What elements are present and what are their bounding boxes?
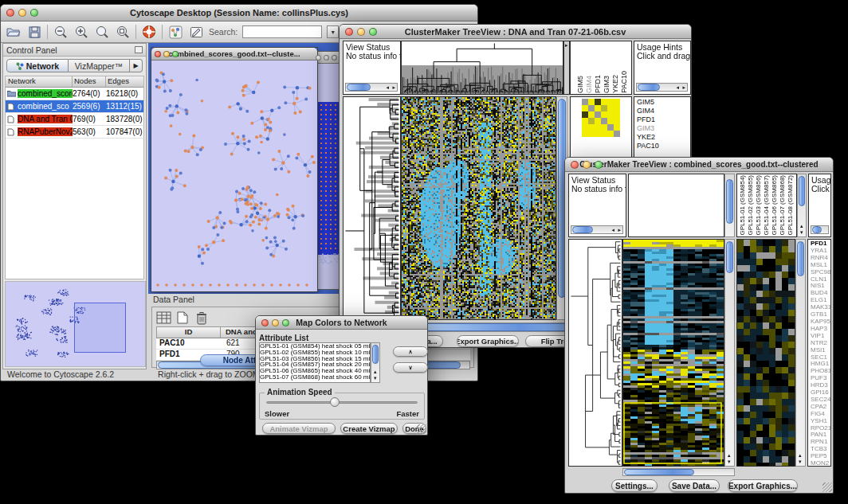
move-attribute-up-button[interactable]: ∧ <box>393 346 428 357</box>
animation-speed-slider[interactable] <box>266 401 418 404</box>
array-column-label[interactable]: PAC10 <box>621 71 628 93</box>
resize-grip[interactable] <box>822 483 832 492</box>
gene-label[interactable]: GIM3 <box>637 124 690 133</box>
tv1-export-graphics-button[interactable]: Export Graphics... <box>457 335 519 347</box>
new-attribute-icon[interactable] <box>175 310 190 326</box>
gene-label[interactable]: PFD1 <box>637 115 690 124</box>
attribute-list-item[interactable]: GPL51-06 (GSM865) heat shock 40 min <box>260 368 370 374</box>
network-list-row[interactable]: RNAPuberNov2+ 563(0) 107847(0) <box>6 126 143 139</box>
tv2-export-graphics-button[interactable]: Export Graphics... <box>728 479 798 492</box>
col-header-network[interactable]: Network <box>6 76 73 87</box>
close-button[interactable] <box>6 9 14 17</box>
tv2-gene-list-pane[interactable]: PFD1YRA1RNR4MSL1SPC98CLN1NIS1BUD4ELG1MAK… <box>807 239 831 467</box>
treeview1-titlebar[interactable]: ClusterMaker TreeView : DNA and Tran 07-… <box>340 25 691 39</box>
minimize-button[interactable] <box>272 319 279 326</box>
tv1-heatmap-pane[interactable] <box>401 96 556 320</box>
gene-label[interactable]: PAC10 <box>637 142 690 150</box>
tv2-settings-button[interactable]: Settings... <box>611 479 658 492</box>
zoom-button[interactable] <box>595 161 603 169</box>
tv2-row-dendrogram-canvas[interactable] <box>569 240 622 466</box>
attribute-list-item[interactable]: GPL51-03 (GSM856) heat shock 15 min <box>260 356 370 362</box>
close-button[interactable] <box>155 51 161 57</box>
open-file-button[interactable] <box>6 24 22 40</box>
annotation-icon[interactable] <box>188 24 204 40</box>
tv2-zoom-vscrollbar[interactable]: ▴▾ <box>795 239 806 467</box>
gene-label[interactable]: GIM4 <box>637 107 690 115</box>
minimize-button[interactable] <box>324 55 329 61</box>
gene-label[interactable]: GIM5 <box>637 98 690 107</box>
zoom-button[interactable] <box>282 319 289 326</box>
close-button[interactable] <box>571 161 579 169</box>
help-lifering-icon[interactable] <box>141 24 157 40</box>
attribute-list-item[interactable]: GPL51-02 (GSM855) heat shock 10 min <box>260 350 370 356</box>
minimize-button[interactable] <box>583 161 591 169</box>
node-attributes-icon[interactable] <box>167 24 183 40</box>
zoom-button[interactable] <box>30 9 38 17</box>
float-panel-icon[interactable] <box>135 46 143 53</box>
network-list-row[interactable]: combined_sco 2569(6) 13112(15) <box>6 100 143 113</box>
attribute-list-item[interactable]: GPL51-07 (GSM868) heat shock 60 min <box>260 374 370 381</box>
gene-label[interactable]: MON2 <box>811 460 830 467</box>
col-header-edges[interactable]: Edges <box>106 76 143 87</box>
tv2-heatmap-canvas[interactable] <box>623 240 724 466</box>
zoom-selected-icon[interactable] <box>94 24 110 40</box>
zoom-button[interactable] <box>172 51 179 57</box>
birdseye-view-canvas[interactable] <box>5 281 146 367</box>
minimize-button[interactable] <box>357 28 365 36</box>
delete-attribute-icon[interactable] <box>194 310 210 326</box>
search-dropdown-arrow[interactable]: ▼ <box>327 25 339 38</box>
tv2-hscrollbar[interactable] <box>622 468 735 476</box>
tv1-row-dendrogram-pane[interactable] <box>343 96 401 320</box>
dialog-titlebar[interactable]: Map Colors to Network <box>256 316 427 330</box>
tab-overflow-arrow[interactable]: ▶ <box>130 59 143 72</box>
slider-thumb[interactable] <box>330 397 340 407</box>
tv2-usage-hscrollbar[interactable] <box>811 225 829 234</box>
array-column-label[interactable]: PFD1 <box>595 75 602 93</box>
save-button[interactable] <box>26 24 42 40</box>
tv1-status-hscrollbar[interactable]: ◂▸ <box>345 83 398 92</box>
tv2-column-dendrogram-pane[interactable] <box>628 174 724 237</box>
network-view-canvas[interactable] <box>151 61 317 291</box>
attribute-list-item[interactable]: GPL51-01 (GSM854) heat shock 05 min <box>260 343 370 350</box>
zoom-fit-icon[interactable] <box>115 24 131 40</box>
attribute-listbox[interactable]: GPL51-01 (GSM854) heat shock 05 minGPL51… <box>259 342 371 383</box>
tv2-row-dendrogram-pane[interactable] <box>568 239 622 467</box>
tv1-column-dendrogram-canvas[interactable] <box>402 41 563 94</box>
close-button[interactable] <box>316 55 321 61</box>
tv1-column-labels-pane[interactable]: GIM5GIM4PFD1GIM3YKE2PAC10 <box>570 41 632 95</box>
gene-label[interactable]: YKE2 <box>637 133 690 142</box>
array-column-label[interactable]: GIM5 <box>577 76 584 93</box>
close-button[interactable] <box>261 319 269 326</box>
attribute-list-item[interactable]: GPL51-04 (GSM857) heat shock 20 min <box>260 361 370 368</box>
tv2-collabel-vscrollbar[interactable]: ▴▾ <box>797 174 807 237</box>
minimize-button[interactable] <box>163 51 170 57</box>
array-column-label[interactable]: GPL51-08 (GSM872) <box>787 175 795 236</box>
zoom-in-icon[interactable] <box>73 24 89 40</box>
tv2-heatmap-pane[interactable] <box>622 239 724 467</box>
array-column-label[interactable]: GIM4 <box>586 76 593 93</box>
array-column-label[interactable]: YKE2 <box>612 75 619 93</box>
tv1-usage-hscrollbar[interactable]: ◂▸ <box>636 83 688 92</box>
close-button[interactable] <box>345 28 353 36</box>
tab-vizmapper[interactable]: VizMapper™ <box>69 59 130 72</box>
network-list-row[interactable]: combined_scores 2764(0) 16218(0) <box>6 88 143 100</box>
tv2-zoom-heatmap-canvas[interactable] <box>737 240 795 466</box>
array-column-label[interactable]: GIM3 <box>603 76 610 93</box>
resize-grip[interactable] <box>417 424 426 434</box>
zoom-out-icon[interactable] <box>53 24 69 40</box>
animate-vizmap-button[interactable]: Animate Vizmap <box>262 423 336 434</box>
tv1-column-dendrogram-pane[interactable] <box>401 41 563 95</box>
treeview2-titlebar[interactable]: ClusterMaker TreeView : combined_scores_… <box>565 158 833 172</box>
attribute-list-vscrollbar[interactable]: ▴▾ <box>371 342 380 383</box>
tv2-status-hscrollbar[interactable]: ◂▸ <box>571 225 623 234</box>
col-header-nodes[interactable]: Nodes <box>73 76 106 87</box>
tv2-column-labels-pane[interactable]: GPL51-01 (GSM854)GPL51-02 (GSM855)GPL51-… <box>736 174 797 237</box>
zoom-button[interactable] <box>332 55 337 61</box>
network-list-row[interactable]: DNA and Tran 07 769(0) 183728(0) <box>6 113 143 126</box>
main-titlebar[interactable]: Cytoscape Desktop (Session Name: collins… <box>1 5 477 21</box>
minimize-button[interactable] <box>18 9 26 17</box>
move-attribute-down-button[interactable]: ∨ <box>393 362 428 373</box>
tv1-row-dendrogram-canvas[interactable] <box>344 97 400 319</box>
create-vizmap-button[interactable]: Create Vizmap <box>340 423 398 434</box>
zoom-button[interactable] <box>369 28 377 36</box>
